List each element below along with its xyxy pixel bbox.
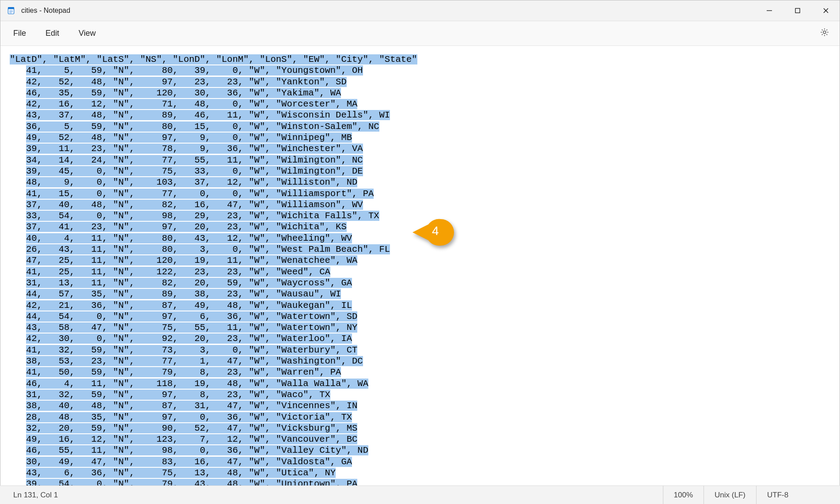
menubar: File Edit View bbox=[0, 21, 840, 46]
text-line: 49, 16, 12, "N", 123, 7, 12, "W", "Vanco… bbox=[10, 434, 840, 445]
text-line: 48, 9, 0, "N", 103, 37, 12, "W", "Willis… bbox=[10, 177, 840, 188]
svg-rect-6 bbox=[795, 8, 800, 13]
text-line: 46, 4, 11, "N", 118, 19, 48, "W", "Walla… bbox=[10, 378, 840, 389]
titlebar: cities - Notepad bbox=[0, 0, 840, 21]
text-line: 47, 25, 11, "N", 120, 19, 11, "W", "Wena… bbox=[10, 255, 840, 266]
svg-rect-1 bbox=[8, 7, 14, 9]
text-line: "LatD", "LatM", "LatS", "NS", "LonD", "L… bbox=[10, 54, 840, 65]
text-line: 42, 30, 0, "N", 92, 20, 23, "W", "Waterl… bbox=[10, 333, 840, 344]
status-eol: Unix (LF) bbox=[704, 486, 756, 504]
text-line: 46, 55, 11, "N", 98, 0, 36, "W", "Valley… bbox=[10, 445, 840, 456]
settings-button[interactable] bbox=[809, 27, 840, 39]
text-line: 42, 21, 36, "N", 87, 49, 48, "W", "Wauke… bbox=[10, 300, 840, 311]
text-line: 46, 35, 59, "N", 120, 30, 36, "W", "Yaki… bbox=[10, 87, 840, 99]
text-line: 30, 49, 47, "N", 83, 16, 47, "W", "Valdo… bbox=[10, 456, 840, 467]
text-line: 34, 14, 24, "N", 77, 55, 11, "W", "Wilmi… bbox=[10, 155, 840, 166]
text-line: 41, 50, 59, "N", 79, 8, 23, "W", "Warren… bbox=[10, 367, 840, 378]
text-line: 49, 52, 48, "N", 97, 9, 0, "W", "Winnipe… bbox=[10, 132, 840, 143]
status-cursor: Ln 131, Col 1 bbox=[0, 486, 68, 504]
status-encoding: UTF-8 bbox=[756, 486, 840, 504]
text-line: 41, 15, 0, "N", 77, 0, 0, "W", "Williams… bbox=[10, 188, 840, 199]
menu-view[interactable]: View bbox=[69, 26, 106, 41]
statusbar: Ln 131, Col 1 100% Unix (LF) UTF-8 bbox=[0, 485, 840, 504]
text-line: 44, 57, 35, "N", 89, 38, 23, "W", "Wausa… bbox=[10, 288, 840, 299]
text-line: 41, 25, 11, "N", 122, 23, 23, "W", "Weed… bbox=[10, 266, 840, 277]
menu-file[interactable]: File bbox=[4, 26, 36, 41]
text-line: 44, 54, 0, "N", 97, 6, 36, "W", "Waterto… bbox=[10, 311, 840, 322]
text-editor[interactable]: "LatD", "LatM", "LatS", "NS", "LonD", "L… bbox=[0, 46, 840, 485]
text-line: 28, 48, 35, "N", 97, 0, 36, "W", "Victor… bbox=[10, 412, 840, 423]
text-line: 38, 53, 23, "N", 77, 1, 47, "W", "Washin… bbox=[10, 356, 840, 367]
text-line: 41, 5, 59, "N", 80, 39, 0, "W", "Youngst… bbox=[10, 65, 840, 76]
text-line: 26, 43, 11, "N", 80, 3, 0, "W", "West Pa… bbox=[10, 244, 840, 255]
text-line: 33, 54, 0, "N", 98, 29, 23, "W", "Wichit… bbox=[10, 210, 840, 221]
text-line: 37, 41, 23, "N", 97, 20, 23, "W", "Wichi… bbox=[10, 221, 840, 232]
text-line: 39, 11, 23, "N", 78, 9, 36, "W", "Winche… bbox=[10, 143, 840, 154]
text-line: 43, 6, 36, "N", 75, 13, 48, "W", "Utica"… bbox=[10, 467, 840, 478]
text-line: 41, 32, 59, "N", 73, 3, 0, "W", "Waterbu… bbox=[10, 345, 840, 356]
maximize-button[interactable] bbox=[783, 0, 812, 21]
minimize-button[interactable] bbox=[755, 0, 783, 21]
text-line: 43, 37, 48, "N", 89, 46, 11, "W", "Wisco… bbox=[10, 110, 840, 121]
text-line: 31, 13, 11, "N", 82, 20, 59, "W", "Waycr… bbox=[10, 277, 840, 288]
text-line: 39, 45, 0, "N", 75, 33, 0, "W", "Wilming… bbox=[10, 166, 840, 177]
menu-edit[interactable]: Edit bbox=[36, 26, 69, 41]
window-title: cities - Notepad bbox=[21, 7, 70, 15]
text-line: 38, 40, 48, "N", 87, 31, 47, "W", "Vince… bbox=[10, 400, 840, 411]
close-button[interactable] bbox=[812, 0, 840, 21]
text-line: 32, 20, 59, "N", 90, 52, 47, "W", "Vicks… bbox=[10, 423, 840, 434]
text-line: 40, 4, 11, "N", 80, 43, 12, "W", "Wheeli… bbox=[10, 233, 840, 244]
text-line: 43, 58, 47, "N", 75, 55, 11, "W", "Water… bbox=[10, 322, 840, 333]
text-line: 31, 32, 59, "N", 97, 8, 23, "W", "Waco",… bbox=[10, 389, 840, 400]
text-line: 42, 16, 12, "N", 71, 48, 0, "W", "Worces… bbox=[10, 99, 840, 110]
status-zoom[interactable]: 100% bbox=[663, 486, 704, 504]
text-line: 36, 5, 59, "N", 80, 15, 0, "W", "Winston… bbox=[10, 121, 840, 132]
text-line: 42, 52, 48, "N", 97, 23, 23, "W", "Yankt… bbox=[10, 76, 840, 87]
text-line: 39, 54, 0, "N", 79, 43, 48, "W", "Uniont… bbox=[10, 478, 840, 485]
notepad-icon bbox=[6, 6, 16, 15]
text-line: 37, 40, 48, "N", 82, 16, 47, "W", "Willi… bbox=[10, 199, 840, 210]
svg-point-9 bbox=[823, 31, 826, 34]
